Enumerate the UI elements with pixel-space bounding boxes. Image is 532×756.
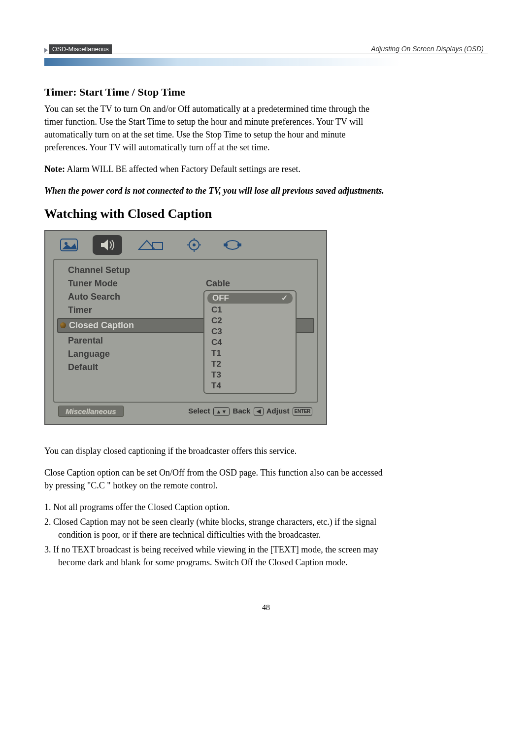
timer-note: Note: Alarm WILL BE affected when Factor…: [44, 163, 389, 175]
timer-paragraph: You can set the TV to turn On and/or Off…: [44, 103, 389, 154]
up-down-key-icon: ▲▼: [213, 407, 230, 416]
cc-notes-list: 1. Not all programs offer the Closed Cap…: [44, 501, 389, 569]
svg-point-4: [193, 243, 196, 246]
footer-hints: Select ▲▼ Back ◀ Adjust ENTER: [188, 407, 313, 416]
enter-key-icon: ENTER: [293, 407, 312, 416]
header-gradient: [44, 58, 488, 66]
osd-screenshot: Channel Setup Tuner Mode Cable Auto Sear…: [44, 230, 327, 425]
dropdown-t4[interactable]: T4: [204, 380, 296, 391]
svg-rect-11: [237, 243, 241, 246]
dropdown-c1[interactable]: C1: [204, 305, 296, 315]
source-tab-icon[interactable]: [218, 235, 247, 255]
header-tab: OSD-Miscellaneous: [49, 44, 112, 54]
check-icon: ✓: [281, 293, 288, 303]
picture-tab-icon[interactable]: [54, 235, 84, 255]
timer-warning: When the power cord is not connected to …: [44, 184, 389, 197]
misc-tab-icon[interactable]: [179, 235, 209, 255]
footer-tab-label: Miscellaneous: [58, 406, 124, 417]
header-section-title: Adjusting On Screen Displays (OSD): [371, 45, 488, 54]
left-key-icon: ◀: [254, 407, 264, 416]
page-number: 48: [44, 603, 488, 612]
list-item: 1. Not all programs offer the Closed Cap…: [44, 501, 389, 514]
geometry-tab-icon[interactable]: [131, 235, 170, 255]
dropdown-c2[interactable]: C2: [204, 315, 296, 326]
menu-tuner-mode[interactable]: Tuner Mode Cable: [54, 277, 317, 290]
selection-dot-icon: [60, 322, 66, 328]
timer-heading: Timer: Start Time / Stop Time: [44, 86, 389, 99]
note-text: Alarm WILL BE affected when Factory Defa…: [65, 164, 300, 174]
cc-dropdown[interactable]: OFF ✓ C1 C2 C3 C4 T1 T2 T3 T4: [203, 290, 297, 394]
osd-footer: Miscellaneous Select ▲▼ Back ◀ Adjust EN…: [53, 403, 318, 420]
header-bullet-icon: [44, 48, 48, 53]
dropdown-c4[interactable]: C4: [204, 337, 296, 348]
note-label: Note:: [44, 164, 65, 174]
audio-tab-icon[interactable]: [93, 235, 122, 255]
menu-channel-setup[interactable]: Channel Setup: [54, 264, 317, 277]
cc-para-2: Close Caption option can be set On/Off f…: [44, 466, 389, 492]
list-item: 2. Closed Caption may not be seen clearl…: [44, 515, 389, 541]
page-header: OSD-Miscellaneous Adjusting On Screen Di…: [44, 44, 488, 54]
osd-menu-panel: Channel Setup Tuner Mode Cable Auto Sear…: [53, 259, 318, 403]
svg-point-9: [226, 241, 239, 249]
osd-tab-bar: [45, 231, 326, 257]
cc-heading: Watching with Closed Caption: [44, 206, 389, 221]
dropdown-t1[interactable]: T1: [204, 348, 296, 359]
tuner-mode-value: Cable: [206, 278, 230, 289]
list-item: 3. If no TEXT broadcast is being receive…: [44, 543, 389, 569]
dropdown-c3[interactable]: C3: [204, 326, 296, 337]
cc-para-1: You can display closed captioning if the…: [44, 445, 389, 457]
svg-rect-10: [224, 243, 228, 246]
dropdown-t3[interactable]: T3: [204, 370, 296, 380]
dropdown-t2[interactable]: T2: [204, 359, 296, 370]
dropdown-off[interactable]: OFF ✓: [207, 293, 293, 304]
